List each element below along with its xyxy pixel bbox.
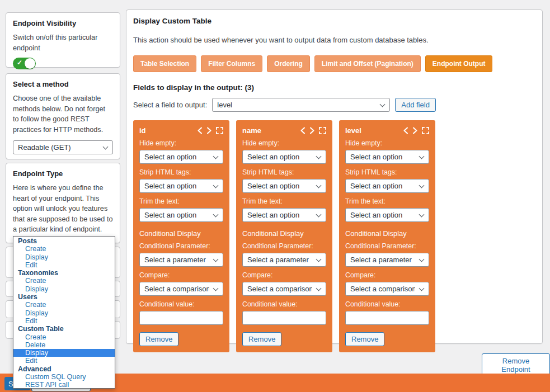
dropdown-option[interactable]: Create [13, 333, 115, 341]
conditional-value-input[interactable] [242, 311, 326, 325]
chevron-right-icon[interactable] [412, 127, 418, 134]
endpoint-visibility-toggle[interactable]: ✓ [13, 58, 36, 69]
endpoint-type-panel: Endpoint Type Here is where you define t… [6, 163, 120, 243]
panel-title: Select a method [13, 80, 113, 88]
compare-select[interactable]: Select a comparison type [345, 282, 429, 296]
trim-text-select-wrap: Select an option [242, 208, 326, 222]
dropdown-group-label: Posts [13, 237, 115, 245]
tab-bar: Table SelectionFilter ColumnsOrderingLim… [133, 55, 535, 72]
dropdown-option[interactable]: Create [13, 301, 115, 309]
conditional-parameter-label: Conditional Parameter: [242, 242, 326, 250]
tab-ordering[interactable]: Ordering [267, 55, 310, 72]
field-card: name Hide empty: Select an option Strip … [236, 120, 332, 352]
compare-select[interactable]: Select a comparison type [242, 282, 326, 296]
strip-html-select-wrap: Select an option [345, 179, 429, 193]
field-to-output-select[interactable]: level [212, 98, 390, 112]
conditional-parameter-select[interactable]: Select a parameter [345, 253, 429, 267]
chevron-right-icon[interactable] [206, 127, 212, 134]
expand-icon[interactable] [422, 127, 429, 134]
conditional-parameter-select-wrap: Select a parameter [345, 253, 429, 267]
trim-text-select-wrap: Select an option [139, 208, 223, 222]
dropdown-option[interactable]: Create [13, 277, 115, 285]
remove-field-button[interactable]: Remove [242, 332, 281, 346]
strip-html-select[interactable]: Select an option [242, 179, 326, 193]
field-card: level Hide empty: Select an option Strip… [339, 120, 435, 352]
panel-title: Endpoint Visibility [13, 19, 113, 27]
endpoint-visibility-panel: Endpoint Visibility Switch on/off this p… [6, 12, 120, 68]
dropdown-option[interactable]: Display [13, 253, 115, 261]
tab-limit-and-offset-pagination-[interactable]: Limit and Offset (Pagination) [314, 55, 421, 72]
compare-label: Compare: [242, 271, 326, 279]
compare-select[interactable]: Select a comparison type [139, 282, 223, 296]
check-icon: ✓ [17, 59, 22, 67]
strip-html-select-wrap: Select an option [139, 179, 223, 193]
conditional-parameter-label: Conditional Parameter: [345, 242, 429, 250]
field-card-title: name [242, 126, 261, 135]
dropdown-option[interactable]: Edit [13, 357, 115, 365]
chevron-right-icon[interactable] [309, 127, 315, 134]
conditional-parameter-select[interactable]: Select a parameter [242, 253, 326, 267]
strip-html-label: Strip HTML tags: [345, 168, 429, 176]
tab-table-selection[interactable]: Table Selection [133, 55, 196, 72]
conditional-parameter-select[interactable]: Select a parameter [139, 253, 223, 267]
add-field-button[interactable]: Add field [395, 98, 436, 112]
field-card-controls [197, 127, 223, 134]
dropdown-option[interactable]: Display [13, 349, 115, 357]
conditional-value-label: Conditional value: [242, 300, 326, 308]
hide-empty-select[interactable]: Select an option [242, 150, 326, 164]
conditional-value-input[interactable] [139, 311, 223, 325]
compare-label: Compare: [345, 271, 429, 279]
endpoint-type-dropdown-list: PostsCreateDisplayEditTaxonomiesCreateDi… [13, 236, 115, 389]
compare-select-wrap: Select a comparison type [345, 282, 429, 296]
conditional-value-input[interactable] [345, 311, 429, 325]
trim-text-select[interactable]: Select an option [139, 208, 223, 222]
tab-filter-columns[interactable]: Filter Columns [201, 55, 262, 72]
expand-icon[interactable] [216, 127, 223, 134]
trim-text-select[interactable]: Select an option [242, 208, 326, 222]
field-card-header: name [242, 126, 326, 135]
dropdown-option[interactable]: Delete [13, 341, 115, 349]
dropdown-option[interactable]: Display [13, 285, 115, 293]
chevron-left-icon[interactable] [403, 127, 408, 134]
hide-empty-select[interactable]: Select an option [139, 150, 223, 164]
dropdown-option[interactable]: Custom SQL Query [13, 373, 115, 381]
dropdown-option[interactable]: Display [13, 309, 115, 317]
dropdown-group-label: Users [13, 293, 115, 301]
conditional-display-heading: Conditional Display [139, 229, 223, 238]
trim-text-select[interactable]: Select an option [345, 208, 429, 222]
conditional-value-label: Conditional value: [139, 300, 223, 308]
chevron-left-icon[interactable] [197, 127, 203, 134]
field-card-header: level [345, 126, 429, 135]
field-cards: id Hide empty: Select an option Strip HT… [133, 120, 535, 352]
remove-field-button[interactable]: Remove [139, 332, 178, 346]
fields-heading: Fields to display in the output: (3) [133, 83, 535, 92]
page-title: Display Custom Table [133, 17, 535, 25]
strip-html-select[interactable]: Select an option [345, 179, 429, 193]
method-select[interactable]: Readable (GET) [13, 140, 113, 154]
trim-text-label: Trim the text: [139, 197, 223, 205]
strip-html-select[interactable]: Select an option [139, 179, 223, 193]
hide-empty-select[interactable]: Select an option [345, 150, 429, 164]
compare-select-wrap: Select a comparison type [139, 282, 223, 296]
conditional-value-label: Conditional value: [345, 300, 429, 308]
hide-empty-label: Hide empty: [345, 139, 429, 147]
field-card-header: id [139, 126, 223, 135]
panel-description: Here is where you define the heart of yo… [13, 183, 113, 235]
expand-icon[interactable] [319, 127, 326, 134]
toggle-knob [25, 58, 35, 69]
chevron-left-icon[interactable] [300, 127, 305, 134]
hide-empty-select-wrap: Select an option [242, 150, 326, 164]
dropdown-option[interactable]: Create [13, 245, 115, 253]
conditional-parameter-label: Conditional Parameter: [139, 242, 223, 250]
panel-title: Endpoint Type [13, 169, 113, 178]
remove-field-button[interactable]: Remove [345, 332, 384, 346]
dropdown-group-label: Custom Table [13, 325, 115, 333]
strip-html-select-wrap: Select an option [242, 179, 326, 193]
hide-empty-select-wrap: Select an option [345, 150, 429, 164]
dropdown-group-label: Advanced [13, 365, 115, 373]
dropdown-option[interactable]: Edit [13, 317, 115, 325]
dropdown-option[interactable]: Edit [13, 261, 115, 269]
field-card: id Hide empty: Select an option Strip HT… [133, 120, 229, 352]
dropdown-option[interactable]: REST API call [13, 381, 115, 389]
tab-endpoint-output[interactable]: Endpoint Output [425, 55, 493, 72]
